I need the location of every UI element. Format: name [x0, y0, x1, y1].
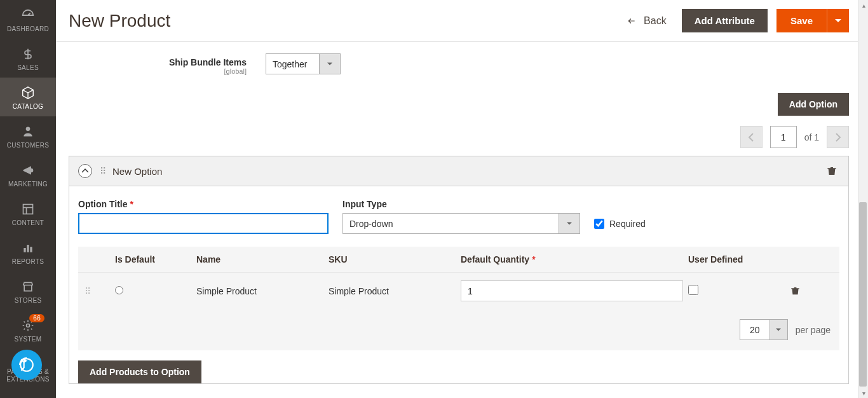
back-button[interactable]: Back	[620, 11, 673, 31]
svg-point-0	[26, 127, 31, 132]
is-default-cell	[115, 286, 191, 296]
pager-next-button[interactable]	[827, 126, 849, 148]
header-actions: Back Add Attribute Save	[620, 9, 849, 32]
page-header: New Product Back Add Attribute Save	[56, 0, 868, 42]
arrow-left-icon	[626, 17, 637, 25]
option-fields: Option Title* Input Type Drop-down	[78, 199, 839, 234]
dollar-icon	[20, 46, 36, 62]
option-title-input[interactable]	[78, 213, 329, 234]
input-type-label: Input Type	[342, 199, 580, 209]
user-defined-cell	[688, 285, 771, 297]
svg-rect-1	[24, 205, 33, 214]
sidebar-item-reports[interactable]: REPORTS	[0, 233, 56, 271]
col-sku: SKU	[329, 254, 456, 264]
scroll-up-arrow-icon: ▴	[858, 0, 868, 10]
sidebar-item-marketing[interactable]: MARKETING	[0, 155, 56, 194]
drag-handle-icon[interactable]: ⠿	[100, 166, 105, 176]
delete-option-button[interactable]	[824, 163, 839, 179]
ship-bundle-select[interactable]: Together	[266, 53, 341, 74]
ship-bundle-value: Together	[266, 53, 320, 74]
product-name-cell: Simple Product	[196, 286, 323, 296]
sidebar-item-dashboard[interactable]: DASHBOARD	[0, 0, 56, 39]
qty-cell	[461, 280, 683, 301]
page-title: New Product	[69, 11, 170, 31]
ship-bundle-label-col: Ship Bundle Items [global]	[69, 53, 266, 75]
chevron-down-icon	[320, 53, 341, 74]
collapse-toggle[interactable]	[78, 164, 92, 178]
notification-badge: 66	[29, 314, 44, 322]
sidebar-label: DASHBOARD	[7, 25, 49, 32]
grid-footer: 20 per page	[78, 309, 839, 350]
sidebar-label: REPORTS	[12, 258, 44, 265]
required-field: Required	[594, 213, 646, 234]
save-button[interactable]: Save	[776, 9, 827, 32]
megaphone-icon	[20, 163, 36, 178]
col-is-default: Is Default	[115, 254, 191, 264]
sidebar-item-catalog[interactable]: CATALOG	[0, 78, 56, 116]
sidebar-item-stores[interactable]: STORES	[0, 271, 56, 310]
sidebar-item-system[interactable]: 66 SYSTEM	[0, 310, 56, 349]
ship-bundle-label: Ship Bundle Items	[169, 57, 247, 67]
pager-of-text: of 1	[804, 132, 819, 142]
per-page-value: 20	[740, 319, 770, 340]
option-title-label-text: Option Title	[78, 199, 128, 209]
per-page-select[interactable]: 20	[740, 319, 788, 340]
default-qty-input[interactable]	[461, 280, 683, 301]
add-products-to-option-button[interactable]: Add Products to Option	[78, 360, 201, 383]
person-icon	[20, 124, 36, 139]
add-option-button[interactable]: Add Option	[778, 93, 849, 116]
trash-icon	[790, 285, 800, 296]
caret-down-icon	[835, 18, 841, 24]
chevron-down-icon	[559, 213, 580, 234]
user-defined-checkbox[interactable]	[688, 285, 698, 295]
sidebar-label: SYSTEM	[15, 336, 42, 343]
pager: of 1	[69, 126, 849, 148]
row-actions	[776, 283, 814, 299]
input-type-select[interactable]: Drop-down	[342, 213, 580, 234]
store-icon	[20, 279, 36, 294]
chevron-left-icon	[748, 133, 754, 142]
option-body: Option Title* Input Type Drop-down	[69, 186, 848, 383]
delete-row-button[interactable]	[788, 283, 803, 299]
save-button-group: Save	[776, 9, 849, 32]
main-content: New Product Back Add Attribute Save	[56, 0, 868, 398]
help-bubble[interactable]	[11, 350, 42, 380]
table-row: ⠿ Simple Product Simple Product	[78, 272, 839, 309]
required-asterisk: *	[532, 254, 535, 264]
col-default-qty-text: Default Quantity	[461, 254, 529, 264]
scrollbar-thumb[interactable]	[859, 202, 867, 387]
add-attribute-button[interactable]: Add Attribute	[682, 9, 768, 32]
required-checkbox[interactable]	[594, 219, 604, 229]
pager-page-input[interactable]	[770, 126, 797, 148]
sidebar-label: MARKETING	[8, 181, 48, 188]
back-label: Back	[644, 15, 667, 27]
content-area: Ship Bundle Items [global] Together Add …	[56, 42, 868, 398]
save-dropdown-toggle[interactable]	[827, 9, 849, 32]
scroll-down-arrow-icon: ▾	[858, 388, 868, 398]
sidebar-label: STORES	[15, 297, 42, 304]
gauge-icon	[20, 8, 36, 23]
is-default-radio[interactable]	[115, 286, 123, 294]
chevron-right-icon	[835, 133, 841, 142]
sidebar-label: CATALOG	[13, 103, 43, 110]
sidebar-item-sales[interactable]: SALES	[0, 39, 56, 78]
box-icon	[20, 85, 36, 100]
col-name: Name	[196, 254, 323, 264]
layout-icon	[20, 202, 36, 217]
gear-icon: 66	[20, 318, 36, 333]
scrollbar-track[interactable]: ▴ ▾	[858, 0, 868, 398]
admin-sidebar: DASHBOARD SALES CATALOG CUSTOMERS MARKET…	[0, 0, 56, 398]
svg-rect-4	[30, 247, 32, 252]
col-user-defined: User Defined	[688, 254, 771, 264]
pager-prev-button[interactable]	[740, 126, 763, 148]
option-header: ⠿ New Option	[69, 156, 848, 186]
add-products-row: Add Products to Option	[78, 360, 839, 383]
option-title-field: Option Title*	[78, 199, 329, 234]
ship-bundle-scope: [global]	[69, 67, 247, 75]
sidebar-item-customers[interactable]: CUSTOMERS	[0, 116, 56, 155]
sidebar-item-content[interactable]: CONTENT	[0, 194, 56, 233]
drag-handle-icon[interactable]: ⠿	[85, 286, 110, 296]
svg-rect-3	[27, 245, 29, 252]
option-heading: New Option	[112, 166, 817, 177]
required-asterisk: *	[130, 199, 133, 209]
